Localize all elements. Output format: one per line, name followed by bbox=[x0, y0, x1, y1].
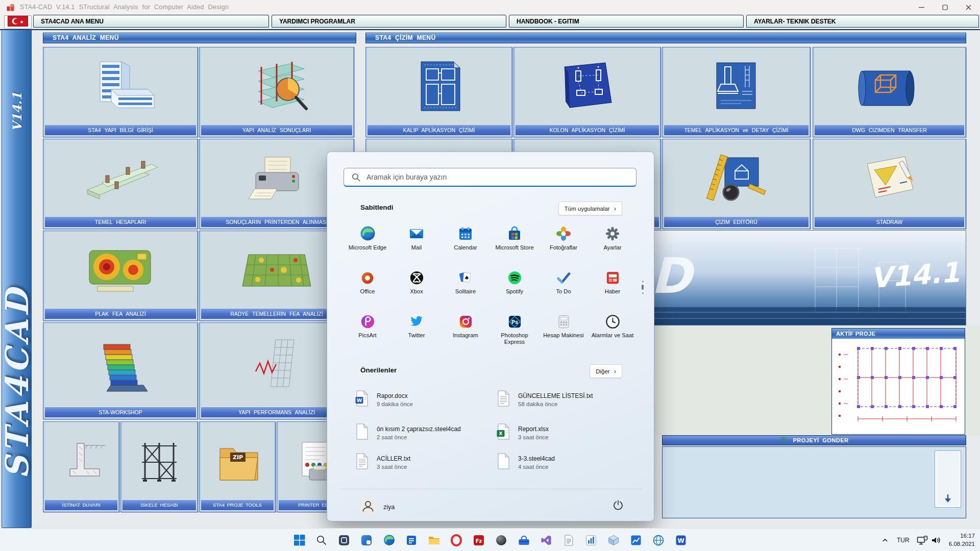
tile-istinat-duvari[interactable]: İSTİNAT DUVARI bbox=[43, 421, 119, 512]
more-label: Diğer bbox=[596, 368, 609, 374]
word-icon[interactable]: W bbox=[674, 533, 688, 547]
colored-tower-icon bbox=[45, 324, 195, 406]
line-chart-app-icon[interactable] bbox=[629, 533, 643, 547]
app-label: Haber bbox=[588, 288, 637, 295]
search-input[interactable]: Aramak için buraya yazın bbox=[344, 168, 636, 187]
opera-icon[interactable] bbox=[449, 533, 463, 547]
app-photoshop-express[interactable]: Ps Photoshop Express bbox=[490, 310, 539, 354]
notes-app-icon[interactable] bbox=[404, 533, 419, 547]
tile-kalip-aplikasyon-cizimi[interactable]: KALIP APLİKASYON ÇİZİMİ bbox=[365, 47, 512, 137]
recent-item-report-xlsx[interactable]: X Report.xlsx3 saat önce bbox=[497, 421, 637, 444]
app-haber[interactable]: Haber bbox=[588, 266, 637, 310]
bar-chart-app-icon[interactable] bbox=[584, 533, 598, 547]
file-explorer-icon[interactable] bbox=[427, 533, 441, 547]
package-app-icon[interactable] bbox=[606, 533, 621, 547]
app-instagram[interactable]: Instagram bbox=[441, 310, 490, 354]
filezilla-icon[interactable]: Fz bbox=[472, 533, 486, 547]
tile-stadraw[interactable]: STADRAW bbox=[813, 139, 966, 229]
tab-sta4cad-ana-menu[interactable]: STA4CAD ANA MENU bbox=[33, 15, 269, 28]
widgets-icon[interactable] bbox=[359, 533, 374, 547]
tile-temel-aplikasyon-detay-cizimi[interactable]: TEMEL APLİKASYON ve DETAY ÇİZİMİ bbox=[662, 47, 811, 137]
user-button[interactable]: ziya bbox=[356, 495, 402, 519]
active-project-header: AKTİF PROJE bbox=[832, 329, 965, 339]
more-button[interactable]: Diğer› bbox=[590, 364, 622, 378]
maximize-button[interactable] bbox=[933, 0, 957, 14]
taskbar-edge-icon[interactable] bbox=[382, 533, 396, 547]
word-file-icon: W bbox=[355, 390, 369, 409]
page-indicator[interactable] bbox=[642, 281, 644, 294]
recent-item-3-3-steel4cad[interactable]: 3-3.steel4cad4 saat önce bbox=[497, 450, 637, 474]
flag-button[interactable]: ★ bbox=[4, 15, 32, 29]
power-button[interactable] bbox=[609, 497, 627, 515]
svg-text:W: W bbox=[357, 397, 362, 403]
app-mail[interactable]: Mail bbox=[392, 222, 441, 266]
app-solitaire[interactable]: ♠ Solitaire bbox=[441, 266, 490, 310]
language-indicator[interactable]: TUR bbox=[897, 529, 910, 551]
tab-handbook-egitim[interactable]: HANDBOOK - EGITIM bbox=[509, 15, 744, 28]
all-apps-button[interactable]: Tüm uygulamalar› bbox=[558, 202, 622, 215]
tile-iskele-hesabi[interactable]: İSKELE HESABI bbox=[120, 421, 198, 512]
svg-text:★: ★ bbox=[20, 19, 24, 24]
app-label: Instagram bbox=[441, 332, 490, 339]
volume-button[interactable] bbox=[931, 529, 941, 551]
svg-text:Ps: Ps bbox=[511, 319, 518, 325]
tile-dwg-cizimden-transfer[interactable]: DWG CIZIMDEN TRANSFER bbox=[813, 47, 966, 137]
app-spotify[interactable]: Spotify bbox=[490, 266, 539, 310]
document-app-icon[interactable] bbox=[561, 533, 576, 547]
tile-sta-workshop[interactable]: STA-WORKSHOP bbox=[43, 322, 198, 419]
recent-item-time: 3 saat önce bbox=[518, 434, 549, 440]
app-picsart[interactable]: PicsArt bbox=[343, 310, 392, 354]
user-name: ziya bbox=[383, 504, 395, 511]
todo-check-icon bbox=[539, 266, 588, 286]
network-button[interactable] bbox=[917, 529, 928, 551]
menu-tab-bar: ★ STA4CAD ANA MENU YARDIMCI PROGRAMLAR H… bbox=[0, 14, 980, 30]
tile-cizim-editoru[interactable]: ÇİZİM EDİTÖRÜ bbox=[662, 139, 811, 229]
tile-yapi-bilgi-girisi[interactable]: STA4 YAPI BİLGİ GİRİŞİ bbox=[43, 47, 198, 137]
clock[interactable]: 16:17 6.08.2021 bbox=[949, 532, 975, 548]
toolbox-icon[interactable] bbox=[517, 533, 531, 547]
scroll-down-button[interactable] bbox=[935, 450, 961, 508]
tab-yardimci-programlar[interactable]: YARDIMCI PROGRAMLAR bbox=[272, 15, 506, 28]
svg-text:W: W bbox=[677, 537, 684, 544]
app-office[interactable]: Office bbox=[343, 266, 392, 310]
stadraw-sheet-icon bbox=[815, 141, 964, 215]
hidden-icons-button[interactable] bbox=[881, 529, 889, 551]
all-apps-label: Tüm uygulamalar bbox=[565, 206, 610, 212]
tile-plak-fea-analizi[interactable]: PLAK FEA ANALİZİ bbox=[43, 231, 198, 321]
app-calendar[interactable]: Calendar bbox=[441, 222, 490, 266]
visual-studio-icon[interactable] bbox=[539, 533, 553, 547]
recent-item-rapor-docx[interactable]: W Rapor.docx9 dakika önce bbox=[355, 388, 496, 411]
app-fotograflar[interactable]: Fotoğraflar bbox=[539, 222, 588, 266]
minimize-button[interactable] bbox=[910, 0, 933, 14]
hero-letter: D bbox=[651, 247, 695, 305]
tile-kolon-aplikasyon-cizimi[interactable]: KOLON APLİKASYON ÇİZİMİ bbox=[513, 47, 661, 137]
tile-yapi-analiz-sonuclari[interactable]: YAPI ANALİZ SONUÇLARI bbox=[199, 47, 354, 137]
app-to-do[interactable]: To Do bbox=[539, 266, 588, 310]
app-ayarlar[interactable]: Ayarlar bbox=[588, 222, 637, 266]
app-microsoft-edge[interactable]: Microsoft Edge bbox=[343, 222, 392, 266]
app-xbox[interactable]: Xbox bbox=[392, 266, 441, 310]
tile-temel-hesaplari[interactable]: TEMEL HESAPLARI bbox=[43, 139, 198, 229]
browser-sphere-icon[interactable] bbox=[494, 533, 508, 547]
app-alarmlar-ve-saat[interactable]: Alarmlar ve Saat bbox=[588, 310, 637, 354]
close-button[interactable] bbox=[957, 0, 980, 14]
globe-app-icon[interactable] bbox=[651, 533, 666, 547]
recent-item-aciller-txt[interactable]: ACİLLER.txt3 saat önce bbox=[355, 450, 496, 474]
tile-sta4-proje-tools[interactable]: ZIP STA4 PROJE TOOLS bbox=[199, 421, 276, 512]
app-microsoft-store[interactable]: Microsoft Store bbox=[490, 222, 539, 266]
app-label: Solitaire bbox=[441, 288, 490, 295]
hero-version: V14.1 bbox=[870, 256, 961, 294]
store-icon bbox=[490, 222, 539, 242]
start-button[interactable] bbox=[292, 533, 306, 547]
recent-item-on-kisim-steel4cad[interactable]: ön kısım 2 çaprazsız.steel4cad2 saat önc… bbox=[355, 421, 496, 444]
app-hesap-makinesi[interactable]: Hesap Makinesi bbox=[539, 310, 588, 354]
send-project-bar[interactable]: PROJEYİ GONDER bbox=[662, 435, 966, 445]
app-twitter[interactable]: Twitter bbox=[392, 310, 441, 354]
footer-divider bbox=[339, 489, 642, 489]
tile-caption: TEMEL HESAPLARI bbox=[45, 216, 196, 227]
photos-icon bbox=[539, 222, 588, 242]
task-view-icon[interactable] bbox=[337, 533, 351, 547]
taskbar-search-icon[interactable] bbox=[314, 533, 329, 547]
recent-item-guncelleme-listesi[interactable]: GÜNCELLEME LİSTESİ.txt58 dakika önce bbox=[497, 388, 637, 411]
tab-ayarlar-teknik-destek[interactable]: AYARLAR- TEKNIK DESTEK bbox=[746, 15, 979, 28]
